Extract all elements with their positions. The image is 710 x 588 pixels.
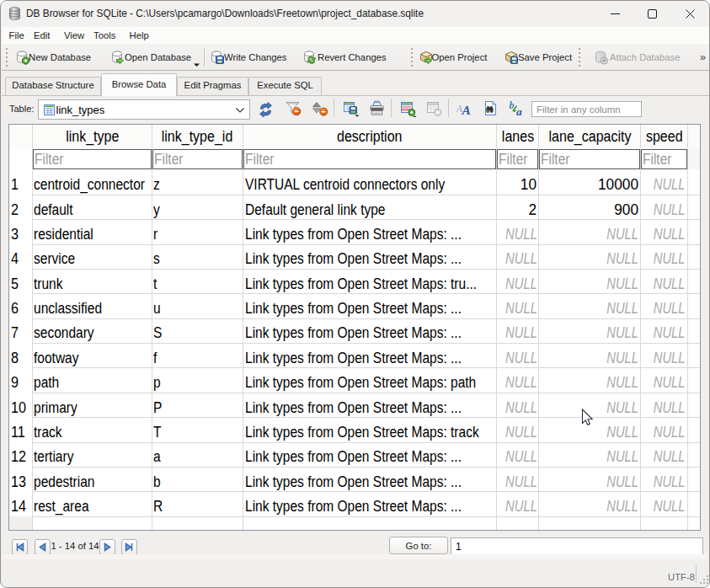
svg-text:A: A <box>462 103 471 116</box>
svg-text:a: a <box>516 105 522 117</box>
